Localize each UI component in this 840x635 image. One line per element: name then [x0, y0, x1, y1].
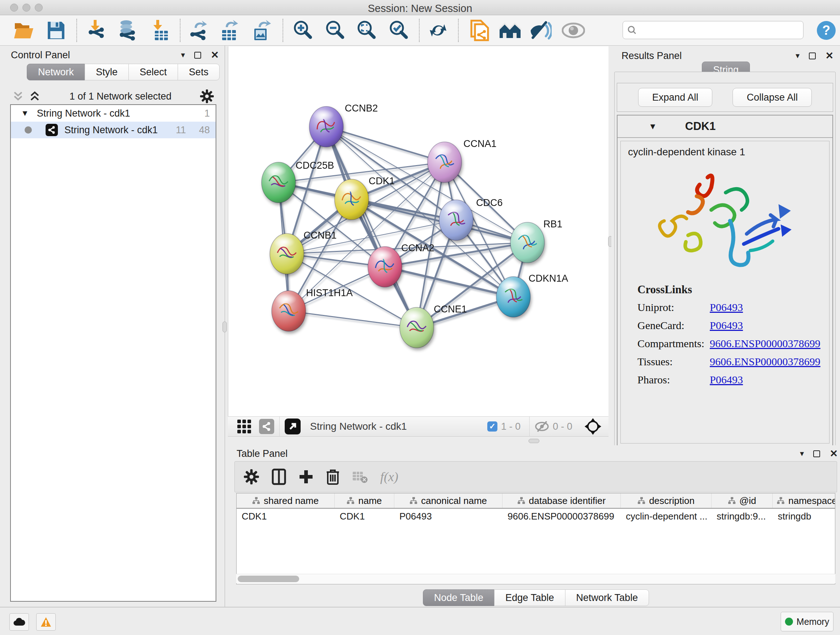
collapse-all-button[interactable]: Collapse All	[733, 88, 812, 107]
left-splitter-handle[interactable]	[223, 321, 227, 333]
panel-close-icon[interactable]: ✕	[825, 50, 834, 62]
table-options-gear-icon[interactable]	[243, 469, 259, 485]
table-cell[interactable]: CDK1	[237, 509, 335, 524]
scrollbar-thumb[interactable]	[238, 576, 299, 582]
network-node-ccnb1[interactable]	[270, 233, 304, 274]
tab-style[interactable]: Style	[85, 64, 129, 80]
tab-select[interactable]: Select	[128, 64, 178, 80]
network-node-ccna2[interactable]	[368, 247, 402, 287]
panel-menu-icon[interactable]: ▾	[796, 51, 799, 60]
zoom-out-icon[interactable]	[324, 19, 347, 41]
save-session-icon[interactable]	[44, 19, 68, 41]
cloud-button[interactable]	[9, 613, 29, 631]
table-cell[interactable]: stringdb:9...	[712, 509, 773, 524]
network-node-cdk1[interactable]	[335, 179, 369, 220]
string-eye-icon[interactable]	[562, 19, 585, 41]
network-canvas[interactable]: CCNB2CCNA1CDC25BCDK1CDC6RB1CCNB1CCNA2CDK…	[228, 46, 608, 416]
node-table[interactable]: shared namenamecanonical namedatabase id…	[236, 493, 835, 584]
table-cell[interactable]: P06493	[394, 509, 502, 524]
column-header-@id[interactable]: @id	[712, 494, 773, 508]
table-row[interactable]: CDK1CDK1P064939606.ENSP00000378699cyclin…	[237, 509, 835, 524]
crosslink-link[interactable]: P06493	[710, 301, 743, 314]
show-columns-icon[interactable]	[272, 469, 286, 485]
help-icon[interactable]: ?	[815, 19, 838, 41]
crosslink-link[interactable]: 9606.ENSP00000378699	[710, 356, 821, 368]
hidden-eye-slash-icon[interactable]	[535, 421, 549, 432]
panel-menu-icon[interactable]: ▾	[800, 449, 804, 458]
import-network-database-icon[interactable]	[115, 19, 139, 41]
column-header-database-identifier[interactable]: database identifier	[502, 494, 621, 508]
expand-all-icon[interactable]	[28, 90, 41, 103]
tab-sets[interactable]: Sets	[178, 64, 219, 80]
network-row[interactable]: String Network - cdk1 11 48	[11, 122, 216, 138]
panel-float-icon[interactable]	[809, 52, 816, 59]
tab-node-table[interactable]: Node Table	[423, 589, 494, 606]
network-node-ccna1[interactable]	[428, 142, 462, 182]
import-network-file-icon[interactable]	[85, 19, 108, 41]
import-table-file-icon[interactable]	[149, 19, 172, 41]
network-node-cdc25b[interactable]	[262, 162, 295, 203]
network-options-gear-icon[interactable]	[200, 89, 214, 103]
apply-preferred-layout-icon[interactable]	[426, 19, 450, 41]
panel-close-icon[interactable]: ✕	[210, 49, 219, 61]
column-header-namespace[interactable]: namespace	[773, 494, 835, 508]
tab-network[interactable]: Network	[27, 64, 85, 80]
zoom-selected-icon[interactable]	[387, 19, 410, 41]
table-cell[interactable]: CDK1	[335, 509, 394, 524]
tab-edge-table[interactable]: Edge Table	[494, 589, 565, 606]
birds-eye-view-icon[interactable]	[584, 418, 601, 435]
create-column-icon[interactable]	[298, 469, 314, 485]
crosslink-link[interactable]: P06493	[710, 374, 743, 386]
delete-table-icon[interactable]	[352, 470, 368, 483]
entry-collapse-icon[interactable]: ▼	[649, 122, 657, 131]
table-cell[interactable]: 9606.ENSP00000378699	[502, 509, 621, 524]
table-cell[interactable]: cyclin-dependent ...	[621, 509, 712, 524]
network-edge[interactable]	[289, 311, 417, 328]
tab-network-table[interactable]: Network Table	[565, 589, 649, 606]
export-network-icon[interactable]	[187, 19, 210, 41]
search-box[interactable]	[622, 21, 804, 39]
export-image-icon[interactable]	[250, 19, 273, 41]
table-cell[interactable]: stringdb	[773, 509, 835, 524]
detach-view-icon[interactable]	[285, 418, 301, 434]
search-input[interactable]	[639, 25, 795, 36]
collection-expand-icon[interactable]: ▼	[21, 109, 29, 118]
collapse-all-icon[interactable]	[11, 90, 25, 103]
string-document-icon[interactable]	[469, 19, 492, 41]
network-node-hist1h1a[interactable]	[272, 291, 306, 331]
network-node-ccnb2[interactable]	[309, 106, 343, 147]
string-hide-icon[interactable]	[529, 19, 553, 41]
apply-function-icon[interactable]: f(x)	[380, 469, 398, 485]
warnings-button[interactable]	[36, 613, 56, 631]
delete-column-icon[interactable]	[326, 469, 340, 485]
network-node-ccne1[interactable]	[400, 307, 434, 348]
table-horizontal-scrollbar[interactable]	[236, 574, 835, 583]
expand-all-button[interactable]: Expand All	[638, 88, 713, 107]
export-table-icon[interactable]	[218, 19, 241, 41]
panel-menu-icon[interactable]: ▾	[181, 50, 185, 60]
open-session-icon[interactable]	[13, 19, 36, 41]
node-entry-header[interactable]: ▼ CDK1	[617, 116, 832, 138]
zoom-in-icon[interactable]	[291, 19, 314, 41]
zoom-fit-icon[interactable]	[355, 19, 378, 41]
crosslink-link[interactable]: P06493	[710, 319, 743, 332]
network-edge[interactable]	[326, 127, 445, 162]
column-header-name[interactable]: name	[335, 494, 394, 508]
network-node-rb1[interactable]	[510, 222, 545, 263]
network-view-icon[interactable]	[259, 419, 274, 434]
panel-float-icon[interactable]	[813, 450, 820, 457]
panel-float-icon[interactable]	[194, 52, 201, 59]
selected-nodes-checkbox-icon[interactable]: ✓	[487, 421, 497, 432]
crosslink-link[interactable]: 9606.ENSP00000378699	[710, 337, 821, 350]
panel-close-icon[interactable]: ✕	[829, 448, 838, 459]
string-home-icon[interactable]	[499, 19, 522, 41]
bottom-splitter-handle[interactable]	[529, 439, 539, 443]
network-collection-row[interactable]: ▼ String Network - cdk1 1	[11, 105, 216, 122]
memory-button[interactable]: Memory	[781, 612, 834, 631]
column-header-description[interactable]: description	[621, 494, 712, 508]
network-node-cdc6[interactable]	[439, 200, 473, 241]
network-node-cdkn1a[interactable]	[496, 277, 531, 317]
column-header-canonical-name[interactable]: canonical name	[394, 494, 502, 508]
grid-view-icon[interactable]	[237, 419, 252, 434]
column-header-shared-name[interactable]: shared name	[237, 494, 335, 508]
